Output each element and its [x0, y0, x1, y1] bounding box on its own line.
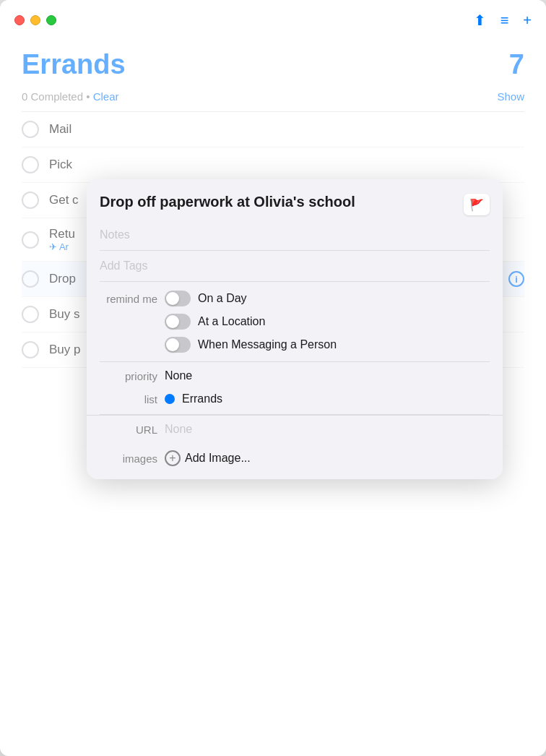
minimize-button[interactable] — [30, 15, 40, 25]
app-window: ⬆ ≡ + Errands 7 0 Completed • Clear Show — [0, 0, 546, 756]
remind-row-location: At a Location — [100, 314, 490, 330]
add-image-button[interactable]: + Add Image... — [165, 450, 251, 466]
remind-day-label: On a Day — [198, 292, 247, 305]
list-color-dot — [165, 394, 175, 404]
detail-header: Drop off paperwork at Olivia's school 🚩 — [87, 179, 503, 223]
toggle-knob — [166, 338, 179, 351]
toolbar: ⬆ ≡ + — [474, 12, 532, 29]
remind-row-day: remind me On a Day — [100, 291, 490, 306]
tags-field[interactable]: Add Tags — [87, 251, 503, 281]
remind-day-toggle[interactable] — [165, 291, 191, 306]
remind-messaging-label: When Messaging a Person — [198, 338, 337, 351]
traffic-lights — [14, 15, 56, 25]
priority-row: priority None — [87, 362, 503, 390]
images-row: images + Add Image... — [87, 443, 503, 479]
remind-location-label: At a Location — [198, 315, 265, 328]
remind-me-label: remind me — [100, 293, 157, 305]
close-button[interactable] — [14, 15, 25, 25]
url-value[interactable]: None — [165, 423, 192, 436]
remind-location-toggle[interactable] — [165, 314, 191, 330]
url-row: URL None — [87, 415, 503, 443]
list-name-value: Errands — [182, 392, 222, 405]
maximize-button[interactable] — [46, 15, 56, 25]
remind-row-messaging: When Messaging a Person — [100, 337, 490, 353]
detail-panel: Drop off paperwork at Olivia's school 🚩 … — [87, 179, 503, 479]
add-icon[interactable]: + — [523, 12, 532, 29]
add-image-label: Add Image... — [185, 452, 251, 465]
url-label: URL — [100, 424, 157, 436]
main-content: Errands 7 0 Completed • Clear Show Mail — [0, 35, 546, 756]
priority-label: priority — [100, 370, 157, 382]
tags-placeholder: Add Tags — [100, 259, 147, 272]
notes-placeholder: Notes — [100, 228, 130, 241]
title-bar: ⬆ ≡ + — [0, 0, 546, 35]
remind-messaging-toggle[interactable] — [165, 337, 191, 353]
notes-field[interactable]: Notes — [87, 223, 503, 250]
toggle-knob — [166, 292, 179, 305]
format-icon[interactable]: ≡ — [500, 12, 509, 29]
images-label: images — [100, 452, 157, 465]
priority-value: None — [165, 369, 192, 382]
list-row: list Errands — [87, 390, 503, 414]
remind-me-section: remind me On a Day At a Location — [87, 282, 503, 361]
toggle-knob — [166, 315, 179, 328]
list-label: list — [100, 393, 157, 405]
flag-button[interactable]: 🚩 — [464, 194, 490, 215]
detail-title: Drop off paperwork at Olivia's school — [100, 192, 455, 211]
add-image-icon: + — [165, 450, 181, 466]
share-icon[interactable]: ⬆ — [474, 12, 486, 29]
